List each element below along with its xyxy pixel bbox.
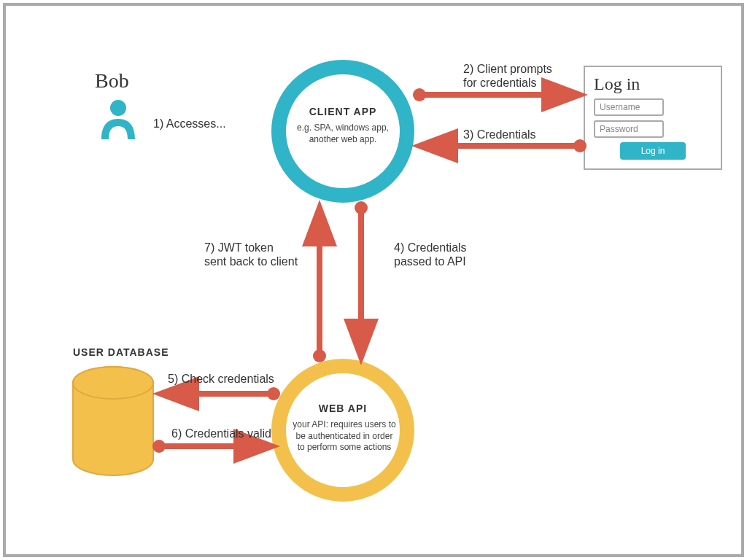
step-4-label: 4) Credentials passed to API (394, 241, 467, 268)
step-5-label: 5) Check credentials (168, 372, 274, 386)
step-1-label: 1) Accesses... (153, 117, 226, 131)
step-3-label: 3) Credentials (463, 128, 536, 141)
step-2-label: 2) Client prompts for credentials (463, 62, 552, 90)
arrows-layer (0, 0, 747, 560)
step-7-label: 7) JWT token sent back to client (204, 241, 298, 268)
step-6-label: 6) Credentials valid (171, 427, 271, 440)
